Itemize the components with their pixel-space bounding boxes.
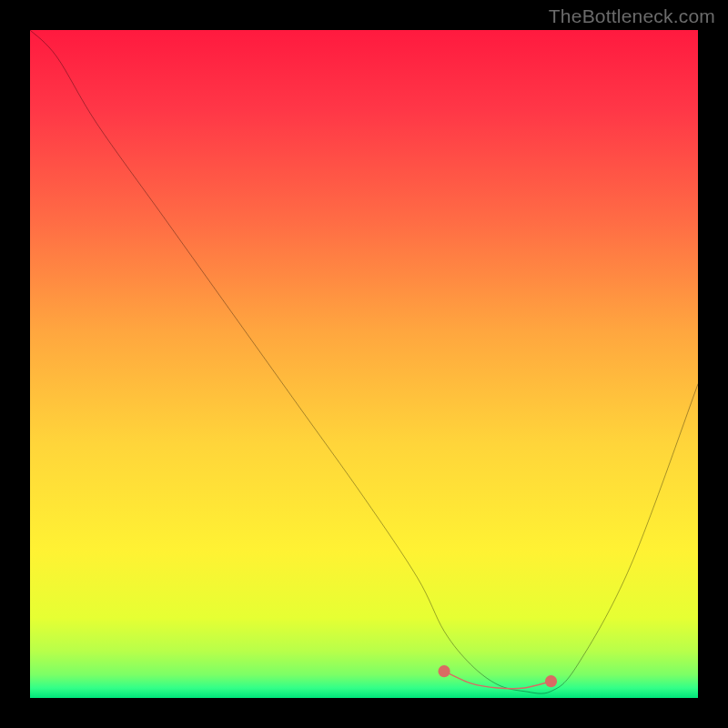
plot-area xyxy=(30,30,698,698)
svg-point-1 xyxy=(438,665,450,677)
chart-frame: TheBottleneck.com xyxy=(0,0,728,728)
svg-point-2 xyxy=(545,675,557,687)
bottleneck-curve xyxy=(30,30,698,698)
watermark-text: TheBottleneck.com xyxy=(549,5,715,27)
